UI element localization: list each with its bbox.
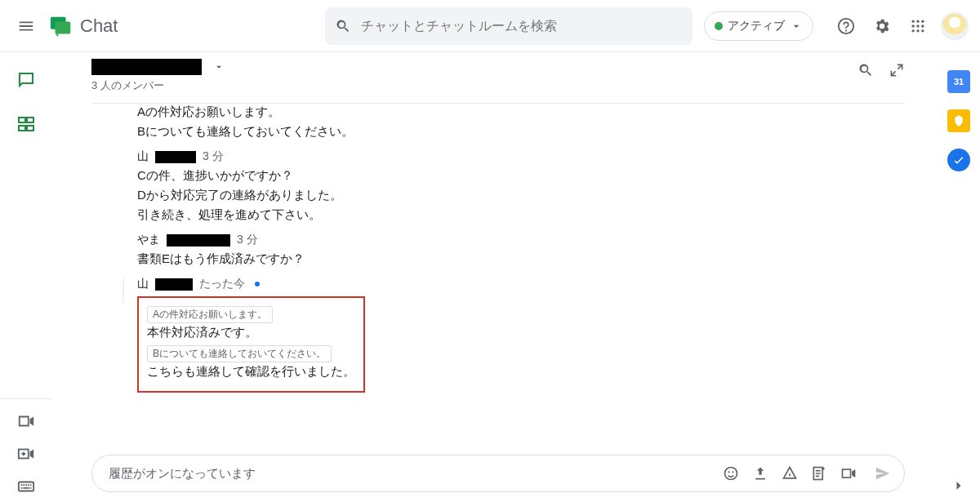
message-header: 山 たった今 [137, 277, 905, 291]
svg-point-4 [921, 20, 924, 22]
start-meet-button[interactable] [17, 412, 35, 430]
message-item: た やま 3 分 書類Eはもう作成済みですか？ [85, 233, 905, 269]
svg-point-9 [916, 29, 919, 32]
svg-point-20 [728, 471, 729, 473]
message-time: 3 分 [237, 233, 258, 247]
chevron-down-icon [213, 61, 225, 73]
svg-rect-11 [19, 118, 25, 122]
sender-name-redacted [155, 151, 196, 163]
presence-dot-icon [715, 22, 723, 30]
message-text: 書類Eはもう作成済みですか？ [137, 249, 905, 269]
message-item: た Aの件対応お願いします。 Bについても連絡しておいてください。 [85, 104, 905, 141]
reply-text: こちらも連絡して確認を行いました。 [147, 364, 355, 380]
video-icon [17, 412, 35, 430]
doc-plus-icon [811, 465, 827, 482]
quote-chip: Aの件対応お願いします。 [147, 306, 273, 323]
svg-rect-1 [56, 21, 71, 33]
sidepanel-expand-button[interactable] [951, 478, 967, 494]
nav-rooms-icon[interactable] [15, 113, 38, 135]
gear-icon [873, 17, 891, 35]
compose-input[interactable]: 履歴がオンになっています [91, 455, 905, 492]
keyboard-button[interactable] [17, 478, 35, 495]
svg-rect-16 [19, 482, 33, 491]
upload-button[interactable] [746, 459, 775, 488]
message-header: やま 3 分 [137, 233, 905, 247]
member-count-label: 3 人のメンバー [91, 78, 225, 93]
nav-chat-icon[interactable] [15, 69, 38, 91]
drive-button[interactable] [775, 459, 804, 488]
sidepanel-tasks-button[interactable] [947, 149, 970, 171]
svg-point-6 [916, 24, 919, 27]
message-time: たった今 [199, 277, 245, 291]
room-title-redacted [91, 59, 202, 75]
keyboard-icon [17, 478, 35, 495]
room-dropdown-button[interactable] [213, 61, 225, 73]
presence-status-button[interactable]: アクティブ [704, 11, 813, 41]
emoji-icon [723, 465, 739, 482]
product-name: Chat [80, 16, 118, 37]
svg-rect-24 [843, 469, 851, 478]
reply-text: 本件対応済みです。 [147, 325, 355, 340]
video-call-button[interactable] [834, 459, 863, 488]
svg-point-5 [912, 24, 915, 27]
chevron-down-icon [790, 20, 803, 33]
sidepanel-keep-button[interactable] [947, 109, 970, 132]
message-time: 3 分 [203, 149, 224, 164]
search-icon [858, 62, 874, 78]
apps-button[interactable] [902, 10, 934, 42]
message-text: Aの件対応お願いします。 Bについても連絡しておいてください。 [137, 104, 905, 141]
chat-logo-icon [49, 14, 74, 38]
message-text: Cの件、進捗いかがですか？ Dから対応完了の連絡がありました。 引き続き、処理を… [137, 166, 905, 224]
search-input[interactable] [361, 19, 683, 33]
svg-rect-12 [27, 118, 33, 122]
help-icon [837, 17, 855, 35]
svg-rect-14 [27, 126, 33, 131]
tasks-icon [952, 153, 965, 167]
video-plus-icon [17, 445, 35, 463]
search-icon [335, 18, 351, 34]
apps-grid-icon [910, 18, 926, 34]
emoji-button[interactable] [716, 459, 746, 488]
svg-point-19 [725, 468, 737, 480]
help-button[interactable] [830, 10, 862, 42]
hamburger-icon [17, 17, 35, 35]
message-item-own: 山 たった今 Aの件対応お願いします。 本件対応済みです。 Bについても連絡して… [85, 277, 905, 393]
message-item: 山 3 分 Cの件、進捗いかがですか？ Dから対応完了の連絡がありました。 引き… [85, 149, 905, 224]
chevron-right-icon [951, 478, 967, 494]
svg-point-2 [912, 20, 915, 22]
svg-point-10 [921, 29, 924, 32]
svg-rect-13 [19, 126, 25, 131]
create-doc-button[interactable] [804, 459, 834, 488]
account-avatar[interactable] [941, 12, 969, 40]
room-search-button[interactable] [858, 62, 874, 78]
upload-icon [752, 465, 768, 482]
sender-name-redacted [167, 234, 230, 247]
svg-point-22 [789, 473, 791, 476]
keep-icon [952, 114, 965, 127]
message-header: 山 3 分 [137, 149, 905, 164]
settings-button[interactable] [866, 10, 898, 42]
svg-point-8 [912, 29, 915, 32]
send-button[interactable] [868, 459, 898, 488]
svg-point-21 [732, 471, 733, 473]
drive-icon [782, 465, 798, 482]
svg-point-7 [921, 24, 924, 27]
video-icon [840, 465, 857, 482]
sender-name-redacted [155, 278, 193, 291]
main-menu-button[interactable] [7, 7, 46, 46]
avatar-own [122, 277, 124, 306]
sidepanel-calendar-button[interactable]: 31 [947, 70, 970, 93]
calendar-day-number: 31 [954, 77, 964, 87]
search-box[interactable] [325, 7, 693, 45]
presence-label: アクティブ [728, 19, 785, 33]
quote-chip: Bについても連絡しておいてください。 [147, 345, 332, 362]
unread-dot-icon [255, 282, 260, 287]
compose-placeholder: 履歴がオンになっています [109, 466, 716, 482]
add-meet-button[interactable] [17, 445, 35, 463]
svg-point-3 [916, 20, 919, 22]
inline-reply-block: Aの件対応お願いします。 本件対応済みです。 Bについても連絡しておいてください… [137, 296, 365, 393]
collapse-button[interactable] [889, 62, 905, 78]
send-icon [874, 464, 892, 482]
collapse-icon [889, 62, 905, 78]
